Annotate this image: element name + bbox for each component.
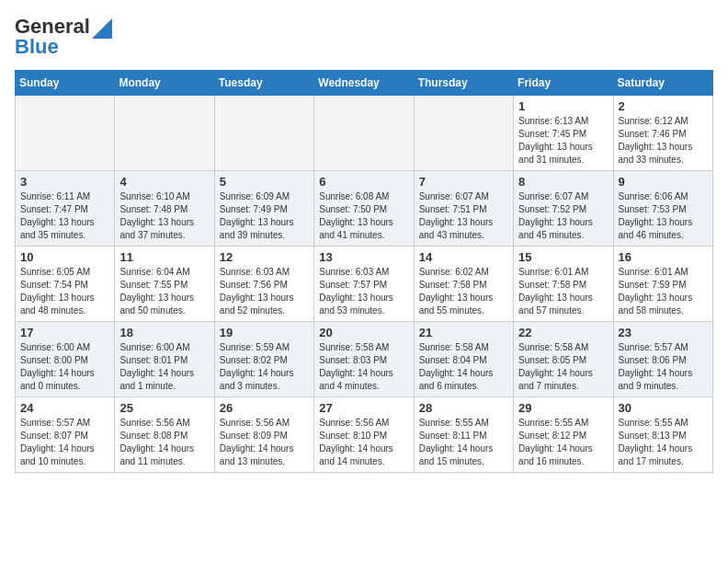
day-number: 10 xyxy=(20,250,109,264)
day-number: 12 xyxy=(220,250,309,264)
weekday-header-row: SundayMondayTuesdayWednesdayThursdayFrid… xyxy=(16,71,713,96)
day-number: 2 xyxy=(619,99,708,113)
day-info: Sunrise: 5:56 AM Sunset: 8:10 PM Dayligh… xyxy=(319,417,408,468)
weekday-header-saturday: Saturday xyxy=(613,71,712,96)
day-info: Sunrise: 6:01 AM Sunset: 7:59 PM Dayligh… xyxy=(619,266,708,317)
logo: General Blue xyxy=(15,15,112,59)
calendar-cell xyxy=(214,96,313,171)
svg-marker-0 xyxy=(92,18,112,39)
calendar-cell: 15Sunrise: 6:01 AM Sunset: 7:58 PM Dayli… xyxy=(514,247,613,322)
calendar-cell xyxy=(115,96,214,171)
day-info: Sunrise: 6:08 AM Sunset: 7:50 PM Dayligh… xyxy=(319,190,408,242)
day-info: Sunrise: 6:04 AM Sunset: 7:55 PM Dayligh… xyxy=(119,266,209,317)
day-info: Sunrise: 6:10 AM Sunset: 7:48 PM Dayligh… xyxy=(119,190,209,242)
logo-icon xyxy=(92,18,112,39)
week-row-4: 17Sunrise: 6:00 AM Sunset: 8:00 PM Dayli… xyxy=(16,322,713,397)
day-info: Sunrise: 6:00 AM Sunset: 8:00 PM Dayligh… xyxy=(20,341,109,393)
day-info: Sunrise: 5:59 AM Sunset: 8:02 PM Dayligh… xyxy=(220,341,309,393)
day-number: 24 xyxy=(20,401,109,415)
day-number: 11 xyxy=(119,250,209,264)
week-row-2: 3Sunrise: 6:11 AM Sunset: 7:47 PM Daylig… xyxy=(16,171,713,247)
day-number: 3 xyxy=(20,175,109,189)
calendar-cell: 2Sunrise: 6:12 AM Sunset: 7:46 PM Daylig… xyxy=(613,96,712,171)
day-number: 19 xyxy=(220,326,309,339)
calendar-cell: 9Sunrise: 6:06 AM Sunset: 7:53 PM Daylig… xyxy=(613,171,712,247)
calendar-cell: 14Sunrise: 6:02 AM Sunset: 7:58 PM Dayli… xyxy=(414,247,513,322)
day-info: Sunrise: 6:02 AM Sunset: 7:58 PM Dayligh… xyxy=(419,266,508,317)
day-info: Sunrise: 5:55 AM Sunset: 8:12 PM Dayligh… xyxy=(518,417,608,468)
day-info: Sunrise: 5:55 AM Sunset: 8:11 PM Dayligh… xyxy=(419,417,508,468)
day-info: Sunrise: 5:58 AM Sunset: 8:04 PM Dayligh… xyxy=(419,341,508,393)
weekday-header-wednesday: Wednesday xyxy=(314,71,414,96)
calendar-cell: 22Sunrise: 5:58 AM Sunset: 8:05 PM Dayli… xyxy=(514,322,613,397)
calendar-cell: 8Sunrise: 6:07 AM Sunset: 7:52 PM Daylig… xyxy=(514,171,613,247)
day-info: Sunrise: 5:58 AM Sunset: 8:05 PM Dayligh… xyxy=(518,341,608,393)
calendar-cell: 25Sunrise: 5:56 AM Sunset: 8:08 PM Dayli… xyxy=(115,397,214,473)
day-number: 15 xyxy=(518,250,608,264)
day-info: Sunrise: 5:56 AM Sunset: 8:08 PM Dayligh… xyxy=(119,417,209,468)
day-info: Sunrise: 6:13 AM Sunset: 7:45 PM Dayligh… xyxy=(518,115,608,167)
calendar-cell: 12Sunrise: 6:03 AM Sunset: 7:56 PM Dayli… xyxy=(214,247,313,322)
day-info: Sunrise: 5:56 AM Sunset: 8:09 PM Dayligh… xyxy=(220,417,309,468)
day-number: 21 xyxy=(419,326,508,339)
calendar-cell: 11Sunrise: 6:04 AM Sunset: 7:55 PM Dayli… xyxy=(115,247,214,322)
day-info: Sunrise: 6:01 AM Sunset: 7:58 PM Dayligh… xyxy=(518,266,608,317)
calendar-cell xyxy=(314,96,414,171)
day-number: 8 xyxy=(518,175,608,189)
calendar-cell: 26Sunrise: 5:56 AM Sunset: 8:09 PM Dayli… xyxy=(214,397,313,473)
day-number: 1 xyxy=(518,99,608,113)
day-info: Sunrise: 6:03 AM Sunset: 7:57 PM Dayligh… xyxy=(319,266,408,317)
day-info: Sunrise: 6:03 AM Sunset: 7:56 PM Dayligh… xyxy=(220,266,309,317)
weekday-header-thursday: Thursday xyxy=(414,71,513,96)
day-info: Sunrise: 6:09 AM Sunset: 7:49 PM Dayligh… xyxy=(220,190,309,242)
day-number: 9 xyxy=(619,175,708,189)
calendar-cell: 20Sunrise: 5:58 AM Sunset: 8:03 PM Dayli… xyxy=(314,322,414,397)
calendar-cell: 18Sunrise: 6:00 AM Sunset: 8:01 PM Dayli… xyxy=(115,322,214,397)
calendar-cell: 7Sunrise: 6:07 AM Sunset: 7:51 PM Daylig… xyxy=(414,171,513,247)
week-row-1: 1Sunrise: 6:13 AM Sunset: 7:45 PM Daylig… xyxy=(16,96,713,171)
calendar-cell: 10Sunrise: 6:05 AM Sunset: 7:54 PM Dayli… xyxy=(16,247,115,322)
day-number: 25 xyxy=(119,401,209,415)
calendar-cell: 17Sunrise: 6:00 AM Sunset: 8:00 PM Dayli… xyxy=(16,322,115,397)
day-number: 30 xyxy=(619,401,708,415)
weekday-header-sunday: Sunday xyxy=(16,71,115,96)
calendar-cell: 13Sunrise: 6:03 AM Sunset: 7:57 PM Dayli… xyxy=(314,247,414,322)
day-number: 16 xyxy=(619,250,708,264)
day-number: 17 xyxy=(20,326,109,339)
weekday-header-friday: Friday xyxy=(514,71,613,96)
calendar-table: SundayMondayTuesdayWednesdayThursdayFrid… xyxy=(15,70,713,473)
calendar-cell: 21Sunrise: 5:58 AM Sunset: 8:04 PM Dayli… xyxy=(414,322,513,397)
day-number: 29 xyxy=(518,401,608,415)
day-info: Sunrise: 5:58 AM Sunset: 8:03 PM Dayligh… xyxy=(319,341,408,393)
day-number: 4 xyxy=(119,175,209,189)
day-info: Sunrise: 5:55 AM Sunset: 8:13 PM Dayligh… xyxy=(619,417,708,468)
day-number: 27 xyxy=(319,401,408,415)
calendar-cell: 6Sunrise: 6:08 AM Sunset: 7:50 PM Daylig… xyxy=(314,171,414,247)
calendar-cell: 28Sunrise: 5:55 AM Sunset: 8:11 PM Dayli… xyxy=(414,397,513,473)
calendar-cell: 30Sunrise: 5:55 AM Sunset: 8:13 PM Dayli… xyxy=(613,397,712,473)
weekday-header-tuesday: Tuesday xyxy=(214,71,313,96)
day-info: Sunrise: 5:57 AM Sunset: 8:07 PM Dayligh… xyxy=(20,417,109,468)
page-header: General Blue xyxy=(15,15,713,59)
day-info: Sunrise: 6:07 AM Sunset: 7:52 PM Dayligh… xyxy=(518,190,608,242)
logo-blue-text: Blue xyxy=(15,35,59,59)
calendar-cell: 29Sunrise: 5:55 AM Sunset: 8:12 PM Dayli… xyxy=(514,397,613,473)
day-info: Sunrise: 6:05 AM Sunset: 7:54 PM Dayligh… xyxy=(20,266,109,317)
calendar-cell: 4Sunrise: 6:10 AM Sunset: 7:48 PM Daylig… xyxy=(115,171,214,247)
day-number: 14 xyxy=(419,250,508,264)
day-number: 18 xyxy=(119,326,209,339)
calendar-cell xyxy=(16,96,115,171)
day-info: Sunrise: 5:57 AM Sunset: 8:06 PM Dayligh… xyxy=(619,341,708,393)
day-number: 7 xyxy=(419,175,508,189)
calendar-cell: 16Sunrise: 6:01 AM Sunset: 7:59 PM Dayli… xyxy=(613,247,712,322)
day-number: 5 xyxy=(220,175,309,189)
day-info: Sunrise: 6:12 AM Sunset: 7:46 PM Dayligh… xyxy=(619,115,708,167)
calendar-cell: 27Sunrise: 5:56 AM Sunset: 8:10 PM Dayli… xyxy=(314,397,414,473)
day-info: Sunrise: 6:00 AM Sunset: 8:01 PM Dayligh… xyxy=(119,341,209,393)
day-number: 26 xyxy=(220,401,309,415)
day-number: 13 xyxy=(319,250,408,264)
week-row-5: 24Sunrise: 5:57 AM Sunset: 8:07 PM Dayli… xyxy=(16,397,713,473)
day-number: 28 xyxy=(419,401,508,415)
calendar-cell: 3Sunrise: 6:11 AM Sunset: 7:47 PM Daylig… xyxy=(16,171,115,247)
weekday-header-monday: Monday xyxy=(115,71,214,96)
